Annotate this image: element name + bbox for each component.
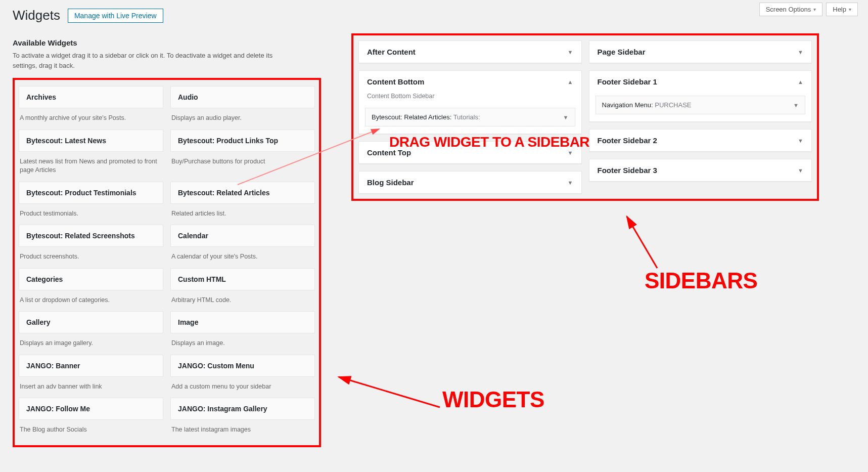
widget-card[interactable]: JANGO: Follow Me bbox=[19, 398, 163, 420]
widget-desc: Arbitrary HTML code. bbox=[170, 290, 315, 312]
sidebar-body: Bytescout: Related Articles: Tutorials:▼ bbox=[359, 105, 581, 134]
widget-card[interactable]: Image bbox=[170, 311, 315, 333]
widget-card[interactable]: JANGO: Instagram Gallery bbox=[170, 398, 315, 420]
widget-card[interactable]: Bytescout: Related Articles bbox=[170, 182, 315, 204]
sidebar-title: After Content bbox=[367, 48, 416, 56]
sidebar-title: Content Top bbox=[367, 148, 411, 157]
widget-desc: A calendar of your site's Posts. bbox=[170, 247, 315, 268]
widget-desc: Insert an adv banner with link bbox=[19, 377, 163, 398]
sidebar-box: Content Bottom▲Content Bottom SidebarByt… bbox=[358, 70, 582, 134]
widget-card[interactable]: Custom HTML bbox=[170, 268, 315, 290]
sidebar-title: Page Sidebar bbox=[598, 48, 646, 56]
widget-desc: Product testimonials. bbox=[19, 204, 163, 225]
sidebar-header[interactable]: Footer Sidebar 2▼ bbox=[589, 130, 812, 151]
widget-desc: The Blog author Socials bbox=[19, 420, 163, 441]
sidebar-title: Footer Sidebar 3 bbox=[598, 166, 657, 175]
widget-desc: Buy/Purchase buttons for product bbox=[170, 152, 315, 173]
placed-widget[interactable]: Navigation Menu: PURCHASE▼ bbox=[596, 96, 806, 114]
widget-card[interactable]: Gallery bbox=[19, 311, 163, 333]
sidebar-box: Footer Sidebar 1▲Navigation Menu: PURCHA… bbox=[589, 70, 812, 122]
sidebar-box: Footer Sidebar 2▼ bbox=[589, 129, 812, 152]
sidebar-title: Blog Sidebar bbox=[367, 178, 414, 187]
sidebar-header[interactable]: Content Top▼ bbox=[359, 142, 581, 163]
chevron-down-icon: ▼ bbox=[798, 167, 803, 174]
widget-desc: Displays an audio player. bbox=[170, 108, 315, 130]
sidebar-header[interactable]: Content Bottom▲ bbox=[359, 71, 581, 93]
widget-desc: Latest news list from News and promoted … bbox=[19, 152, 163, 182]
help-button[interactable]: Help bbox=[826, 3, 858, 16]
sidebar-header[interactable]: Page Sidebar▼ bbox=[589, 41, 812, 63]
widget-desc: Displays an image gallery. bbox=[19, 333, 163, 355]
available-widgets-desc: To activate a widget drag it to a sideba… bbox=[0, 50, 303, 78]
widget-desc: Related articles list. bbox=[170, 204, 315, 225]
widget-desc: Displays an image. bbox=[170, 333, 315, 355]
sidebar-header[interactable]: Footer Sidebar 1▲ bbox=[589, 71, 812, 93]
widget-card[interactable]: Bytescout: Product Links Top bbox=[170, 130, 315, 152]
top-buttons: Screen Options Help bbox=[759, 3, 858, 16]
widget-card[interactable]: Bytescout: Product Testimonials bbox=[19, 182, 163, 204]
widget-card[interactable]: JANGO: Custom Menu bbox=[170, 355, 315, 377]
widget-desc: A list or dropdown of categories. bbox=[19, 290, 163, 312]
placed-widget[interactable]: Bytescout: Related Articles: Tutorials:▼ bbox=[365, 108, 575, 126]
chevron-down-icon: ▼ bbox=[568, 150, 573, 156]
placed-widget-sub: Tutorials: bbox=[453, 113, 480, 121]
widget-desc: Product screenshots. bbox=[19, 247, 163, 268]
sidebar-box: Page Sidebar▼ bbox=[589, 40, 812, 63]
chevron-up-icon: ▲ bbox=[798, 79, 803, 85]
widget-card[interactable]: Bytescout: Related Screenshots bbox=[19, 225, 163, 247]
placed-widget-title: Bytescout: Related Articles: bbox=[372, 113, 453, 121]
chevron-down-icon: ▼ bbox=[563, 114, 569, 120]
sidebar-box: After Content▼ bbox=[358, 40, 582, 63]
placed-widget-sub: PURCHASE bbox=[655, 101, 691, 109]
sidebar-header[interactable]: After Content▼ bbox=[359, 41, 581, 63]
widget-card[interactable]: Categories bbox=[19, 268, 163, 290]
page-title: Widgets bbox=[13, 8, 60, 23]
chevron-down-icon: ▼ bbox=[568, 49, 573, 55]
sidebar-box: Footer Sidebar 3▼ bbox=[589, 159, 812, 182]
sidebar-desc: Content Bottom Sidebar bbox=[359, 93, 581, 105]
widget-card[interactable]: Calendar bbox=[170, 225, 315, 247]
page-header: Widgets Manage with Live Preview bbox=[0, 0, 868, 28]
sidebar-header[interactable]: Footer Sidebar 3▼ bbox=[589, 159, 812, 181]
sidebar-title: Footer Sidebar 2 bbox=[598, 136, 657, 145]
widget-desc: The latest instagram images bbox=[170, 420, 315, 441]
widget-card[interactable]: JANGO: Banner bbox=[19, 355, 163, 377]
sidebar-body: Navigation Menu: PURCHASE▼ bbox=[589, 93, 812, 121]
widget-card[interactable]: Audio bbox=[170, 86, 315, 108]
sidebar-title: Content Bottom bbox=[367, 77, 424, 86]
chevron-down-icon: ▼ bbox=[568, 180, 573, 186]
sidebar-box: Content Top▼ bbox=[358, 141, 582, 164]
chevron-up-icon: ▲ bbox=[568, 79, 573, 85]
widget-card[interactable]: Bytescout: Latest News bbox=[19, 130, 163, 152]
sidebar-title: Footer Sidebar 1 bbox=[598, 77, 657, 86]
screen-options-button[interactable]: Screen Options bbox=[759, 3, 823, 16]
sidebar-header[interactable]: Blog Sidebar▼ bbox=[359, 171, 581, 193]
widget-desc: Add a custom menu to your sidebar bbox=[170, 377, 315, 398]
sidebar-box: Blog Sidebar▼ bbox=[358, 171, 582, 194]
sidebars-panel: After Content▼Content Bottom▲Content Bot… bbox=[351, 33, 819, 201]
chevron-down-icon: ▼ bbox=[793, 102, 799, 108]
available-widgets-panel: ArchivesA monthly archive of your site's… bbox=[13, 78, 321, 447]
chevron-down-icon: ▼ bbox=[798, 49, 803, 55]
widget-card[interactable]: Archives bbox=[19, 86, 163, 108]
widget-desc: A monthly archive of your site's Posts. bbox=[19, 108, 163, 130]
live-preview-button[interactable]: Manage with Live Preview bbox=[68, 9, 163, 23]
chevron-down-icon: ▼ bbox=[798, 138, 803, 144]
placed-widget-title: Navigation Menu: bbox=[602, 101, 655, 109]
